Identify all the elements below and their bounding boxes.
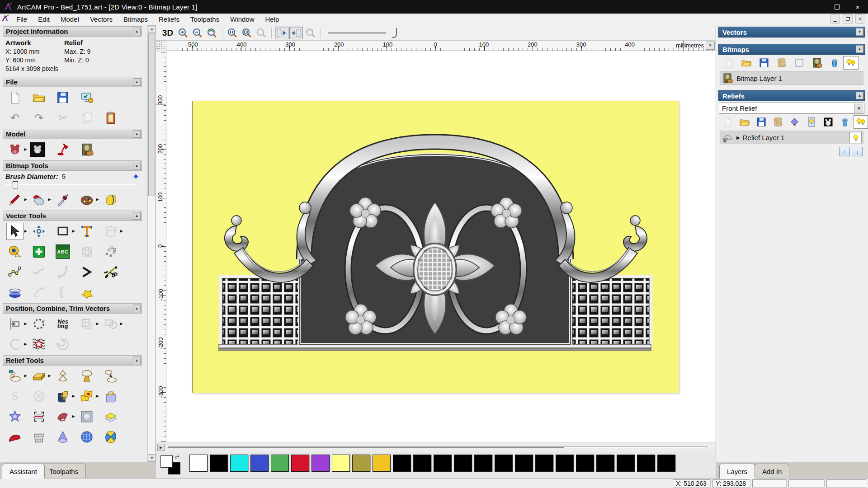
colour-swatch[interactable] (250, 455, 269, 472)
colour-swatch[interactable] (291, 455, 309, 472)
assistant-scrollbar[interactable]: ▲ ▼ (147, 25, 156, 462)
rollup-icon[interactable]: ▲ (133, 28, 141, 35)
brush-spin-icon[interactable] (134, 174, 138, 179)
zoom-selection-button[interactable] (255, 27, 268, 39)
pick-colour-button[interactable] (54, 191, 71, 208)
edit-model-button[interactable] (6, 141, 24, 158)
colour-swatch[interactable] (271, 455, 289, 472)
flyout-arrow-icon[interactable]: ▶ (24, 342, 27, 346)
open-model-button[interactable] (30, 89, 47, 106)
swept-profile-button[interactable]: S (6, 388, 24, 405)
flyout-arrow-icon[interactable]: ▶ (24, 229, 27, 233)
vectors-section-header[interactable]: Vectors ▼ (718, 27, 865, 38)
redo-button[interactable]: ↷ (30, 109, 47, 127)
paste-relief-button[interactable] (78, 388, 95, 405)
lighting-button[interactable] (54, 141, 71, 158)
relief-library-button[interactable] (54, 388, 71, 405)
scrollbar-thumb[interactable] (148, 33, 155, 196)
flyout-arrow-icon[interactable]: ▶ (24, 147, 27, 151)
colour-swatch[interactable] (434, 455, 452, 472)
flyout-arrow-icon[interactable]: ▶ (24, 374, 27, 378)
fillet-corner-button[interactable] (78, 263, 95, 281)
create-rectangle-button[interactable] (54, 223, 71, 240)
new-bitmap-layer-button[interactable] (720, 56, 737, 69)
slider-thumb[interactable] (13, 181, 18, 188)
copy-transfer-relief-button[interactable] (102, 367, 119, 385)
toggle-relief-visibility-button[interactable] (854, 115, 868, 129)
weave-wizard-button[interactable] (30, 388, 47, 405)
vector-texture-button[interactable] (30, 336, 47, 353)
colour-swatch[interactable] (576, 455, 594, 472)
bitmap-layer-row[interactable]: Bitmap Layer 1 (720, 71, 863, 85)
file-section-header[interactable]: File ▲ (3, 77, 142, 87)
relief-texture-button[interactable] (770, 116, 787, 128)
slider-track[interactable] (5, 184, 136, 185)
pane-splitter-icon[interactable]: ▶ (157, 444, 165, 451)
interlock-vectors-button[interactable] (54, 336, 71, 353)
maximize-button[interactable] (826, 0, 847, 14)
vector-library-button[interactable]: ABC (54, 243, 71, 260)
extend-curve-button[interactable] (30, 284, 47, 301)
canvas-h-scrollbar[interactable]: ▶ (156, 442, 716, 452)
snap-grid-button[interactable] (30, 243, 47, 260)
menu-item[interactable]: Model (55, 14, 85, 24)
ruler-unit-dropdown[interactable]: ▼ (706, 42, 715, 50)
close-button[interactable]: × (847, 0, 868, 14)
toggle-3d-view-button[interactable]: 3D (160, 27, 175, 39)
measure-button[interactable] (6, 243, 24, 260)
vector-tools-header[interactable]: Vector Tools ▲ (3, 211, 142, 221)
relief-layer-row[interactable]: ▶ Relief Layer 1 (720, 131, 863, 144)
undo-button[interactable]: ↶ (6, 109, 24, 127)
save-model-button[interactable] (54, 89, 71, 106)
horizontal-ruler[interactable]: -500-400-300-200-1000100200300400 millim… (166, 41, 716, 51)
brush-diameter-slider[interactable] (5, 181, 136, 188)
colour-swatch[interactable] (657, 455, 675, 472)
rollup-icon[interactable]: ▲ (133, 162, 141, 169)
cut-button[interactable]: ✂ (54, 109, 71, 127)
zoom-1to1-button[interactable] (226, 27, 239, 39)
texture-relief-button[interactable] (6, 408, 24, 425)
colour-swatch[interactable] (515, 455, 533, 472)
menu-item[interactable]: File (11, 14, 33, 24)
flyout-arrow-icon[interactable]: ▶ (24, 322, 27, 326)
copy-bitmap-layer-button[interactable] (808, 56, 826, 69)
options-button[interactable] (78, 89, 95, 106)
reliefs-section-header[interactable]: Reliefs ▲ (718, 90, 865, 101)
zoom-out-button[interactable] (191, 27, 204, 39)
line-handle[interactable] (392, 28, 397, 38)
align-vectors-button[interactable] (6, 315, 24, 333)
copy-button[interactable] (78, 109, 95, 127)
project-information-header[interactable]: Project Information ▲ (3, 26, 142, 37)
colour-swatch[interactable] (352, 455, 370, 472)
ruler-origin-box[interactable] (156, 41, 166, 51)
relief-envelope-button[interactable] (30, 408, 47, 425)
flyout-arrow-icon[interactable]: ▶ (96, 394, 99, 398)
spin-button[interactable] (78, 428, 95, 446)
trim-vectors-button[interactable] (6, 336, 24, 353)
new-relief-layer-button[interactable] (720, 116, 736, 128)
new-model-button[interactable] (6, 89, 24, 106)
two-rail-sweep-button[interactable] (54, 408, 71, 425)
save-bitmap-layer-button[interactable] (755, 56, 773, 69)
paint-button[interactable] (6, 191, 24, 208)
rollup-icon[interactable]: ▲ (133, 78, 141, 86)
mdi-minimize-button[interactable]: ‗ (830, 14, 840, 23)
text-on-curve-button[interactable] (30, 315, 47, 333)
menu-item[interactable]: Vectors (85, 14, 118, 24)
flyout-arrow-icon[interactable]: ▶ (48, 374, 51, 378)
flyout-arrow-icon[interactable]: ▶ (96, 197, 99, 202)
swap-colours-icon[interactable]: ⇄ (175, 454, 179, 460)
collapse-icon[interactable]: ▲ (856, 92, 863, 99)
create-text-button[interactable] (78, 223, 95, 240)
colour-swatch[interactable] (332, 455, 350, 472)
greyscale-from-relief-button[interactable] (820, 116, 837, 128)
flyout-arrow-icon[interactable]: ▶ (72, 394, 75, 398)
colour-swatch[interactable] (210, 455, 228, 472)
draw-shape-button[interactable] (102, 191, 119, 208)
toggle-layers-panel-button[interactable] (289, 27, 303, 39)
paste-along-curve-button[interactable] (102, 243, 119, 260)
mirror-vectors-button[interactable] (54, 284, 71, 301)
menu-item[interactable]: Bitmaps (118, 14, 153, 24)
primary-secondary-colour-widget[interactable]: ⇄ (160, 455, 186, 475)
relief-from-bitmap-button[interactable] (803, 116, 820, 128)
